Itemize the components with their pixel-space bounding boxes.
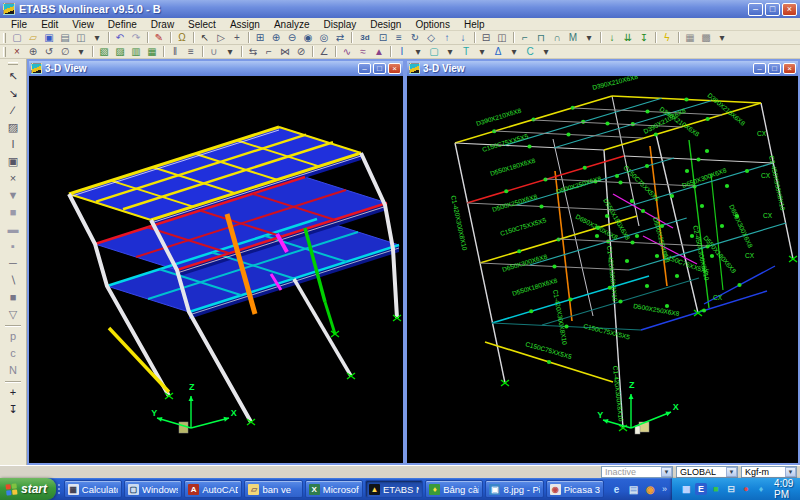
axis-down-icon[interactable]: ↧: [3, 401, 23, 418]
section-channel-icon[interactable]: C: [522, 45, 538, 58]
plan-view-icon[interactable]: ⊡: [375, 31, 391, 44]
snap-off-icon[interactable]: N: [3, 362, 23, 379]
lock-model-icon[interactable]: Ω: [174, 31, 190, 44]
show-grid-icon[interactable]: ▦: [144, 45, 160, 58]
align-edge-icon[interactable]: ⌐: [261, 45, 277, 58]
pan-icon[interactable]: ⇄: [332, 31, 348, 44]
select-poly-icon[interactable]: ▷: [213, 31, 229, 44]
draw-wall-icon[interactable]: ■: [3, 289, 23, 306]
pointer-tool-icon[interactable]: ↖: [3, 68, 23, 85]
draw-frame-bay-icon[interactable]: ⊓: [533, 31, 549, 44]
move-down-story-icon[interactable]: ↓: [455, 31, 471, 44]
right-view-maximize-button[interactable]: □: [768, 63, 781, 74]
menu-item-select[interactable]: Select: [181, 18, 223, 31]
assign-area-load-icon[interactable]: ↧: [636, 31, 652, 44]
reshape-icon[interactable]: +: [229, 31, 245, 44]
design-steel-icon[interactable]: ▦: [682, 31, 698, 44]
show-deformed-icon[interactable]: ∿: [339, 45, 355, 58]
print-icon[interactable]: ▤: [57, 31, 73, 44]
taskbar-button-autocad[interactable]: AAutoCAD 2...: [184, 480, 242, 498]
taskbar-button-picasa[interactable]: ◉Picasa 3: [546, 480, 604, 498]
snap-lines-icon[interactable]: c: [3, 345, 23, 362]
draw-frame-span-icon[interactable]: ⌐: [517, 31, 533, 44]
frame-dropdown-icon[interactable]: ▾: [581, 31, 597, 44]
section-box-dropdown-icon[interactable]: ▾: [442, 45, 458, 58]
pause-animation-icon[interactable]: ‖: [167, 45, 183, 58]
draw-picture-icon[interactable]: ▣: [3, 153, 23, 170]
draw-i-frame-icon[interactable]: I: [3, 136, 23, 153]
open-folder-icon[interactable]: ▱: [25, 31, 41, 44]
section-box-icon[interactable]: ▢: [426, 45, 442, 58]
left-view-close-button[interactable]: ×: [388, 63, 401, 74]
draw-line-icon[interactable]: ∕: [3, 102, 23, 119]
menu-item-edit[interactable]: Edit: [34, 18, 65, 31]
design-concrete-icon[interactable]: ▩: [698, 31, 714, 44]
clear-selection-icon[interactable]: ∅: [57, 45, 73, 58]
alert-icon[interactable]: ●: [740, 483, 752, 495]
menu-item-define[interactable]: Define: [101, 18, 144, 31]
save-icon[interactable]: ▣: [41, 31, 57, 44]
snap-points-icon[interactable]: p: [3, 328, 23, 345]
list-tables-icon[interactable]: ≡: [183, 45, 199, 58]
draw-poly-area-icon[interactable]: ▼: [3, 187, 23, 204]
draw-point-area-icon[interactable]: ▪: [3, 238, 23, 255]
design-dropdown-icon[interactable]: ▾: [714, 31, 730, 44]
mode-combobox[interactable]: Inactive ▼: [601, 466, 673, 478]
object-shrink-icon[interactable]: ⊟: [478, 31, 494, 44]
left-view-maximize-button[interactable]: □: [373, 63, 386, 74]
taskbar-button-windows-task[interactable]: ▢Windows Ta...: [124, 480, 182, 498]
select-window-icon[interactable]: ⊕: [25, 45, 41, 58]
edit-pencil-icon[interactable]: ✎: [151, 31, 167, 44]
close-button[interactable]: ×: [782, 3, 797, 16]
taskbar-button-installer[interactable]: ♦Bảng cài đặ...: [425, 480, 483, 498]
section-i-icon[interactable]: I: [394, 45, 410, 58]
window-tile-icon[interactable]: ◫: [494, 31, 510, 44]
zoom-in-icon[interactable]: ⊕: [268, 31, 284, 44]
undo-icon[interactable]: ↶: [112, 31, 128, 44]
draw-horizontal-icon[interactable]: ─: [3, 255, 23, 272]
left-3d-model-canvas[interactable]: ZXY: [29, 76, 403, 463]
language-bar-icon[interactable]: ▦: [680, 483, 692, 495]
menu-item-draw[interactable]: Draw: [144, 18, 181, 31]
menu-item-assign[interactable]: Assign: [223, 18, 267, 31]
left-view-title-bar[interactable]: 3-D View – □ ×: [29, 61, 403, 76]
network-icon[interactable]: ⊟: [725, 483, 737, 495]
measure-angle-icon[interactable]: ∠: [316, 45, 332, 58]
left-view-minimize-button[interactable]: –: [358, 63, 371, 74]
chevron-down-icon[interactable]: ▼: [785, 467, 796, 477]
selection-dropdown-icon[interactable]: ▾: [73, 45, 89, 58]
green-app-icon[interactable]: ■: [710, 483, 722, 495]
section-angle-dropdown-icon[interactable]: ▾: [506, 45, 522, 58]
title-bar[interactable]: ETABS Nonlinear v9.5.0 - B – □ ×: [0, 0, 800, 18]
menu-item-help[interactable]: Help: [457, 18, 492, 31]
divide-frames-icon[interactable]: ⊘: [293, 45, 309, 58]
assign-group-icon[interactable]: ∪: [206, 45, 222, 58]
draw-area-icon[interactable]: ■: [3, 204, 23, 221]
taskbar-button-image-viewer[interactable]: ▣8.jpg - Pica...: [485, 480, 543, 498]
reshape-tool-icon[interactable]: ↘: [3, 85, 23, 102]
taskbar-button-calculator[interactable]: ▦Calculator: [64, 480, 122, 498]
menu-item-design[interactable]: Design: [363, 18, 408, 31]
show-forces-icon[interactable]: ≈: [355, 45, 371, 58]
move-up-story-icon[interactable]: ↑: [439, 31, 455, 44]
right-view-close-button[interactable]: ×: [783, 63, 796, 74]
start-button[interactable]: start: [0, 478, 56, 500]
assign-joint-load-icon[interactable]: ↓: [604, 31, 620, 44]
units-combobox[interactable]: Kgf-m ▼: [741, 466, 797, 478]
right-view-title-bar[interactable]: 3-D View – □ ×: [407, 61, 798, 76]
elevation-view-icon[interactable]: ≡: [391, 31, 407, 44]
security-shield-icon[interactable]: ♦: [755, 483, 767, 495]
restore-button[interactable]: □: [765, 3, 780, 16]
section-i-dropdown-icon[interactable]: ▾: [410, 45, 426, 58]
minimize-button[interactable]: –: [748, 3, 763, 16]
chevron-expand-icon[interactable]: »: [660, 484, 669, 494]
show-stress-icon[interactable]: ▲: [371, 45, 387, 58]
zoom-window-icon[interactable]: ⊞: [252, 31, 268, 44]
rotate-view-icon[interactable]: ↻: [407, 31, 423, 44]
zoom-full-icon[interactable]: ◉: [300, 31, 316, 44]
section-tee-dropdown-icon[interactable]: ▾: [474, 45, 490, 58]
restore-selection-icon[interactable]: ↺: [41, 45, 57, 58]
new-file-icon[interactable]: ▢: [9, 31, 25, 44]
draw-frame-arc-icon[interactable]: ∩: [549, 31, 565, 44]
taskbar-button-ban-ve-folder[interactable]: ▱ban ve: [244, 480, 302, 498]
